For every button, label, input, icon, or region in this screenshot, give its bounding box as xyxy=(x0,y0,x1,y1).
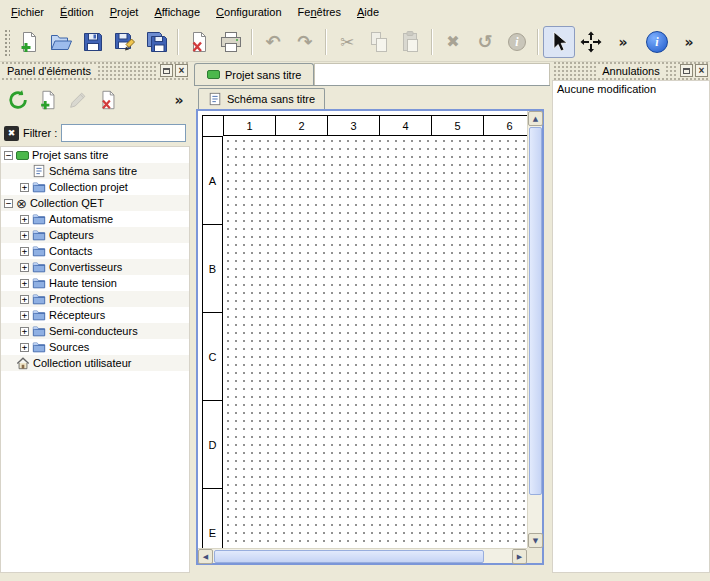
overflow-icon: » xyxy=(618,35,627,49)
tree-item-semi-conducteurs[interactable]: +Semi-conducteurs xyxy=(1,323,189,339)
print-button[interactable] xyxy=(215,26,247,58)
expander-plus[interactable]: + xyxy=(20,247,29,256)
horizontal-scroll-thumb[interactable] xyxy=(214,550,484,563)
toolbar-extension-button[interactable]: » xyxy=(607,26,639,58)
main-toolbar-right: i» xyxy=(641,26,710,58)
horizontal-scrollbar[interactable]: ◀ ▶ xyxy=(198,548,527,563)
scroll-up-button[interactable]: ▲ xyxy=(528,111,543,126)
expander-minus[interactable]: − xyxy=(4,151,13,160)
tree-item-collection-utilisateur[interactable]: Collection utilisateur xyxy=(1,355,189,371)
save-as-button[interactable] xyxy=(109,26,141,58)
scroll-left-button[interactable]: ◀ xyxy=(198,549,213,564)
expander-plus[interactable]: + xyxy=(20,183,29,192)
expander-plus[interactable]: + xyxy=(20,215,29,224)
delete-icon: ✖ xyxy=(446,34,459,50)
right-toolbar-extension-button[interactable]: » xyxy=(673,26,705,58)
copy-button[interactable] xyxy=(363,26,395,58)
tree-item-contacts[interactable]: +Contacts xyxy=(1,243,189,259)
new-project-button[interactable] xyxy=(13,26,45,58)
tree-item-collection-projet[interactable]: +Collection projet xyxy=(1,179,189,195)
vertical-scroll-thumb[interactable] xyxy=(529,127,542,495)
open-project-button[interactable] xyxy=(45,26,77,58)
tree-item-convertisseurs[interactable]: +Convertisseurs xyxy=(1,259,189,275)
elements-panel-close-button[interactable]: × xyxy=(175,64,188,77)
scroll-down-button[interactable]: ▼ xyxy=(528,533,543,548)
print-icon xyxy=(219,30,243,54)
float-icon xyxy=(163,68,170,74)
menu-fichier[interactable]: Fichier xyxy=(3,2,52,22)
delete-element-button[interactable] xyxy=(93,85,123,115)
new-icon xyxy=(17,30,41,54)
folder-icon xyxy=(32,260,46,274)
expander-minus[interactable]: − xyxy=(4,199,13,208)
tab-schema-sans-titre[interactable]: Schéma sans titre xyxy=(198,88,325,109)
edit-element-button[interactable] xyxy=(63,85,93,115)
undo-list: Aucune modification xyxy=(552,80,710,573)
menu-bar: FichierÉditionProjetAffichageConfigurati… xyxy=(0,0,710,23)
undo-list-item[interactable]: Aucune modification xyxy=(553,81,709,97)
expander-plus[interactable]: + xyxy=(20,231,29,240)
schema-icon xyxy=(208,92,222,106)
tree-item-label: Projet sans titre xyxy=(32,149,108,161)
reload-collections-button[interactable] xyxy=(3,85,33,115)
tree-item-haute-tension[interactable]: +Haute tension xyxy=(1,275,189,291)
expander-plus[interactable]: + xyxy=(20,311,29,320)
visualisation-mode-button[interactable] xyxy=(575,26,607,58)
menu-configuration[interactable]: Configuration xyxy=(208,2,289,22)
paste-button[interactable] xyxy=(395,26,427,58)
toolbar-handle[interactable] xyxy=(3,28,10,56)
vertical-scrollbar[interactable]: ▲ ▼ xyxy=(527,111,542,548)
expander-plus[interactable]: + xyxy=(20,295,29,304)
menu-edition[interactable]: Édition xyxy=(52,2,102,22)
new-element-button[interactable] xyxy=(33,85,63,115)
diagram-window: 123456 ABCDE ▲ ▼ ◀ ▶ xyxy=(196,109,544,565)
tab-bar-filler xyxy=(314,63,550,85)
qelectrotech-window: FichierÉditionProjetAffichageConfigurati… xyxy=(0,0,710,581)
undo-button[interactable]: ↶ xyxy=(257,26,289,58)
elements-panel-float-button[interactable] xyxy=(160,64,173,77)
undo-panel-close-button[interactable]: × xyxy=(695,64,708,77)
undo-icon: ↶ xyxy=(265,33,280,51)
tree-item-capteurs[interactable]: +Capteurs xyxy=(1,227,189,243)
tree-item-collection-qet[interactable]: −⊗Collection QET xyxy=(1,195,189,211)
menu-affichage[interactable]: Affichage xyxy=(146,2,208,22)
new-icon xyxy=(37,89,59,111)
cut-button[interactable]: ✂ xyxy=(331,26,363,58)
expander-plus[interactable]: + xyxy=(20,279,29,288)
close-project-button[interactable] xyxy=(183,26,215,58)
menu-fenetres[interactable]: Fenêtres xyxy=(290,2,349,22)
rotate-button[interactable]: ↺ xyxy=(469,26,501,58)
tree-item-protections[interactable]: +Protections xyxy=(1,291,189,307)
tree-item-label: Sources xyxy=(49,341,89,353)
expander-plus[interactable]: + xyxy=(20,343,29,352)
about-qt-button[interactable]: i xyxy=(641,26,673,58)
undo-panel-titlebar[interactable]: Annulations × xyxy=(552,62,710,80)
tree-item-automatisme[interactable]: +Automatisme xyxy=(1,211,189,227)
menu-projet[interactable]: Projet xyxy=(102,2,147,22)
tree-item-projet-sans-titre[interactable]: −Projet sans titre xyxy=(1,147,189,163)
save-all-button[interactable] xyxy=(141,26,173,58)
folder-icon xyxy=(32,340,46,354)
expander-plus[interactable]: + xyxy=(20,327,29,336)
filter-row: ✖ Filtrer : xyxy=(0,120,190,146)
expander-plus[interactable]: + xyxy=(20,263,29,272)
panel-extension-button[interactable]: » xyxy=(171,85,187,115)
tree-item-schema-sans-titre[interactable]: Schéma sans titre xyxy=(1,163,189,179)
open-icon xyxy=(49,30,73,54)
row-label: A xyxy=(203,137,222,225)
delete-button[interactable]: ✖ xyxy=(437,26,469,58)
tab-projet-sans-titre[interactable]: Projet sans titre xyxy=(194,63,314,85)
elements-panel-titlebar[interactable]: Panel d'éléments × xyxy=(0,62,190,80)
selection-mode-button[interactable] xyxy=(543,26,575,58)
menu-aide[interactable]: Aide xyxy=(349,2,387,22)
diagram-viewport[interactable]: 123456 ABCDE xyxy=(198,111,527,548)
save-button[interactable] xyxy=(77,26,109,58)
undo-panel-float-button[interactable] xyxy=(680,64,693,77)
tree-item-sources[interactable]: +Sources xyxy=(1,339,189,355)
redo-button[interactable]: ↷ xyxy=(289,26,321,58)
info-button[interactable]: i xyxy=(501,26,533,58)
scroll-right-button[interactable]: ▶ xyxy=(512,549,527,564)
filter-input[interactable] xyxy=(61,124,186,142)
tree-item-recepteurs[interactable]: +Récepteurs xyxy=(1,307,189,323)
tree-item-label: Protections xyxy=(49,293,104,305)
